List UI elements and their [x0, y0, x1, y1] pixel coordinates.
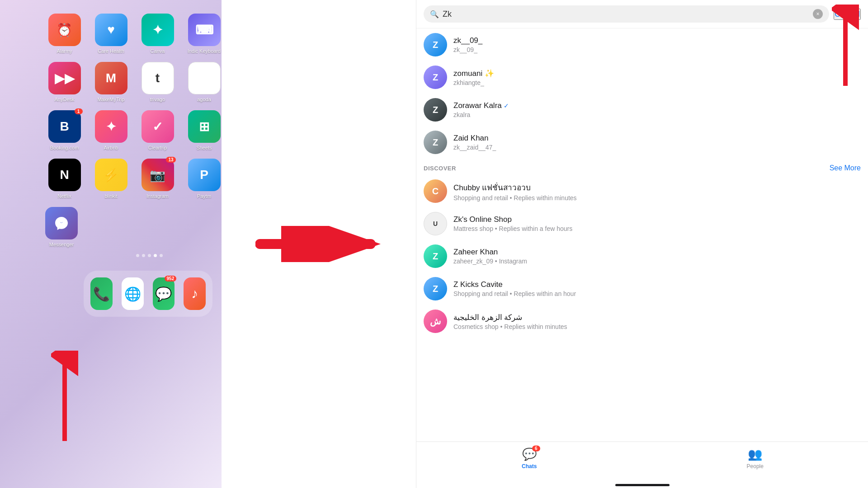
search-bar: 🔍 × Cancel	[416, 0, 868, 28]
clear-button[interactable]: ×	[813, 9, 823, 19]
discover-sub-zaheer: zaheer_zk_09 • Instagram	[453, 258, 861, 265]
see-more-button[interactable]: See More	[830, 164, 861, 172]
people-label: People	[747, 463, 764, 469]
discover-name-alzahra: شركة الزهرة الخليجية	[453, 313, 861, 322]
app-messenger-item[interactable]: Messenger	[45, 207, 78, 247]
chats-label: Chats	[522, 463, 537, 469]
dock-music[interactable]: ♪	[184, 277, 206, 310]
cleartrip-label: Cleartrip	[148, 145, 167, 150]
app-sheets[interactable]: ⊞Sheets	[185, 110, 222, 150]
page-dots	[84, 254, 215, 257]
alarmy-label: Alarmy	[57, 48, 72, 54]
dock-messages[interactable]: 💬952	[153, 277, 175, 310]
airbnb-label: Airbnb	[104, 145, 118, 150]
discover-row-zkicks[interactable]: ZZ Kicks CaviteShopping and retail • Rep…	[416, 272, 868, 305]
person-row-zaid[interactable]: ZZaid Khanzk__zaid__47_	[416, 126, 868, 159]
person-name-zomuani: zomuani ✨	[453, 69, 861, 78]
person-info-zaid: Zaid Khanzk__zaid__47_	[453, 134, 861, 151]
discover-sub-zkicks: Shopping and retail • Replies within an …	[453, 290, 861, 297]
avatar-discover-alzahra: ش	[424, 310, 447, 333]
app-agoda[interactable]: ●agoda	[185, 62, 222, 102]
care-icon: ♥	[95, 14, 127, 46]
dot-3	[148, 254, 151, 257]
app-blinkit[interactable]: ⚡blinkit	[92, 159, 130, 199]
discover-name-chubby: Chubby แฟชั่นสาวอวบ	[453, 181, 861, 193]
avatar-discover-zkicks: Z	[424, 277, 447, 300]
discover-row-zaheer[interactable]: ZZaheer Khanzaheer_zk_09 • Instagram	[416, 240, 868, 272]
person-username-zomuani: zkhiangte_	[453, 79, 861, 86]
sheets-icon: ⊞	[188, 110, 221, 143]
discover-row-alzahra[interactable]: ششركة الزهرة الخليجيةCosmetics shop • Re…	[416, 305, 868, 338]
person-row-zomuani[interactable]: Zzomuani ✨zkhiangte_	[416, 61, 868, 94]
avatar-zomuani: Z	[424, 66, 447, 89]
search-input[interactable]	[443, 9, 809, 19]
alarmy-icon: ⏰	[48, 14, 81, 46]
app-canva[interactable]: ✦Canva	[138, 14, 177, 54]
dot-4	[154, 254, 157, 257]
person-username-zaid: zk__zaid__47_	[453, 144, 861, 151]
sheets-label: Sheets	[196, 145, 212, 150]
discover-row-chubby[interactable]: CChubby แฟชั่นสาวอวบShopping and retail …	[416, 175, 868, 207]
app-netflix[interactable]: NNetflix	[45, 159, 84, 199]
person-name-zaid: Zaid Khan	[453, 134, 861, 143]
cleartrip-icon: ✓	[142, 110, 174, 143]
chats-icon-wrapper: 💬 6	[522, 447, 537, 461]
anydesk-label: AnyDesk	[54, 97, 74, 102]
person-row-zorawar[interactable]: ZZorawar Kalra✓zkalra	[416, 94, 868, 126]
app-anydesk[interactable]: ▶▶AnyDesk	[45, 62, 84, 102]
people-icon-wrapper: 👥	[748, 447, 762, 461]
app-airbnb[interactable]: ✦Airbnb	[92, 110, 130, 150]
app-booking[interactable]: B1Booking.com	[45, 110, 84, 150]
discover-info-zaheer: Zaheer Khanzaheer_zk_09 • Instagram	[453, 248, 861, 265]
mmt-icon: M	[95, 62, 127, 94]
dock-phone[interactable]: 📞	[90, 277, 113, 310]
discover-title: DISCOVER	[424, 165, 456, 172]
person-info-zk09: zk__09_zk__09_	[453, 36, 861, 53]
person-name-zk09: zk__09_	[453, 36, 861, 45]
app-instagram[interactable]: 📷13Instagram	[138, 159, 177, 199]
arrow-up-search	[832, 5, 859, 88]
app-trivago[interactable]: ttrivago	[138, 62, 177, 102]
person-username-zorawar: zkalra	[453, 111, 861, 118]
dock-chrome[interactable]: 🌐	[122, 277, 144, 310]
discover-info-zks: Zk's Online ShopMattress shop • Replies …	[453, 215, 861, 232]
avatar-zorawar: Z	[424, 98, 447, 122]
discover-sub-chubby: Shopping and retail • Replies within min…	[453, 194, 861, 202]
discover-results: CChubby แฟชั่นสาวอวบShopping and retail …	[416, 175, 868, 338]
people-icon: 👥	[748, 447, 762, 461]
app-paytm[interactable]: PPaytm	[185, 159, 222, 199]
app-cleartrip[interactable]: ✓Cleartrip	[138, 110, 177, 150]
app-mmt[interactable]: MMakeMyTrip	[92, 62, 130, 102]
person-info-zomuani: zomuani ✨zkhiangte_	[453, 69, 861, 86]
canva-label: Canva	[151, 48, 165, 54]
agoda-icon: ●	[188, 62, 221, 94]
messages-badge: 952	[165, 276, 177, 282]
avatar-zaid: Z	[424, 131, 447, 154]
app-grid: ⏰Alarmy♥Care Health✦Canva⌨Indic Keyboard…	[45, 14, 215, 199]
app-alarmy[interactable]: ⏰Alarmy	[45, 14, 84, 54]
tab-chats[interactable]: 💬 6 Chats	[416, 446, 642, 471]
discover-row-zks[interactable]: UZk's Online ShopMattress shop • Replies…	[416, 207, 868, 240]
avatar-zk09: Z	[424, 33, 447, 56]
instagram-badge: 13	[166, 157, 175, 163]
avatar-discover-zaheer: Z	[424, 244, 447, 268]
instagram-label: Instagram	[146, 193, 169, 199]
person-info-zorawar: Zorawar Kalra✓zkalra	[453, 101, 861, 118]
app-care[interactable]: ♥Care Health	[92, 14, 130, 54]
booking-label: Booking.com	[50, 145, 79, 150]
booking-icon: B1	[48, 110, 81, 143]
person-row-zk09[interactable]: Zzk__09_zk__09_	[416, 28, 868, 61]
anydesk-icon: ▶▶	[48, 62, 81, 94]
person-name-zorawar: Zorawar Kalra✓	[453, 101, 861, 110]
messenger-label: Messenger	[49, 242, 74, 247]
person-results: Zzk__09_zk__09_Zzomuani ✨zkhiangte_ZZora…	[416, 28, 868, 159]
app-indic[interactable]: ⌨Indic Keyboard	[185, 14, 222, 54]
discover-name-zaheer: Zaheer Khan	[453, 248, 861, 257]
tab-people[interactable]: 👥 People	[642, 446, 868, 471]
search-input-wrapper[interactable]: 🔍 ×	[424, 5, 829, 23]
blinkit-icon: ⚡	[95, 159, 127, 191]
discover-info-chubby: Chubby แฟชั่นสาวอวบShopping and retail •…	[453, 181, 861, 202]
booking-badge: 1	[75, 108, 83, 114]
dock: 📞🌐💬952♪	[84, 271, 212, 317]
phone-content: ⏰Alarmy♥Care Health✦Canva⌨Indic Keyboard…	[0, 0, 222, 317]
